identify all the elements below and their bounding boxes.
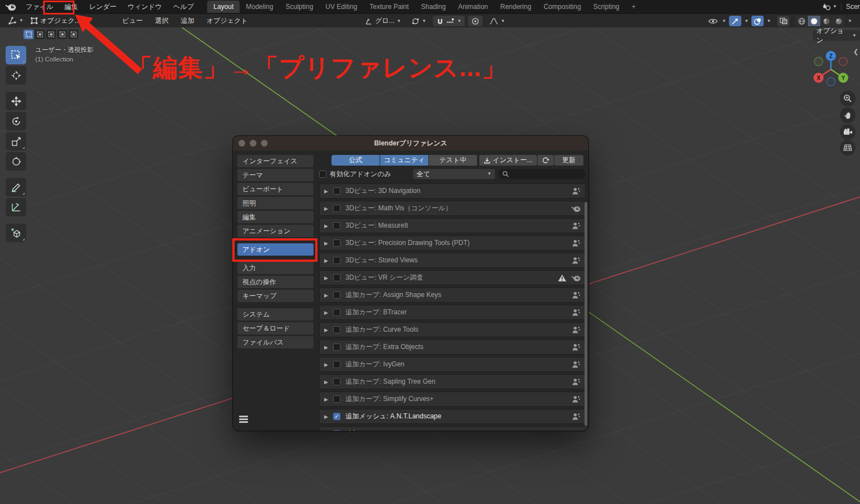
addon-checkbox[interactable] [333, 378, 340, 385]
addon-checkbox[interactable] [333, 395, 340, 403]
menubar-item[interactable]: ウィンドウ [122, 0, 167, 14]
move-tool-button[interactable] [6, 92, 26, 110]
viewport-menu-item[interactable]: ビュー [116, 14, 149, 28]
sidebar-item[interactable]: アニメーション [237, 225, 314, 237]
cursor-tool-button[interactable] [6, 66, 26, 84]
addon-row[interactable]: ▶3Dビュー: Math Vis（コンソール） [319, 201, 586, 216]
refresh-button[interactable] [538, 155, 554, 166]
expand-arrow-icon[interactable]: ▶ [324, 293, 333, 298]
update-button[interactable]: 更新 [554, 155, 583, 166]
snap-toggle-group[interactable]: ▼ [433, 16, 465, 26]
shading-wireframe-icon[interactable] [796, 16, 808, 26]
expand-arrow-icon[interactable]: ▶ [324, 345, 333, 350]
scrollbar[interactable] [585, 202, 587, 431]
sidebar-item[interactable]: キーマップ [237, 290, 314, 302]
rotate-tool-button[interactable] [6, 112, 26, 130]
addon-row[interactable]: ▶追加カーブ: BTracer [319, 305, 586, 320]
close-icon[interactable] [239, 140, 245, 147]
select-box-tool-button[interactable] [6, 46, 26, 64]
addon-row[interactable]: ▶追加カーブ: IvyGen [319, 357, 586, 372]
install-addon-button[interactable]: インストー... [479, 155, 537, 166]
menubar-item[interactable]: ファイル [20, 0, 59, 14]
viewport-menu-item[interactable]: オブジェクト [200, 14, 254, 28]
mode-selector[interactable]: オブジェク... [27, 16, 83, 26]
sidebar-item[interactable]: ファイルパス [237, 336, 314, 348]
menu-icon[interactable] [239, 416, 248, 424]
annotate-tool-button[interactable] [6, 178, 26, 196]
viewport-menu-item[interactable]: 選択 [149, 14, 175, 28]
editor-type-selector[interactable]: ▼ [4, 16, 27, 26]
addon-row[interactable]: ▶3Dビュー: VR シーン調査 [319, 270, 586, 285]
addon-checkbox[interactable] [333, 309, 340, 316]
falloff-dropdown[interactable]: ▼ [486, 16, 508, 26]
expand-arrow-icon[interactable]: ▶ [324, 379, 333, 385]
pan-button[interactable] [840, 107, 856, 123]
support-tab[interactable]: コミュニティ [380, 155, 429, 166]
select-mode-extend-icon[interactable] [35, 30, 45, 39]
overlays-toggle[interactable] [751, 16, 764, 26]
viewport-menu-item[interactable]: 追加 [175, 14, 200, 28]
addon-checkbox[interactable]: ✓ [333, 413, 340, 420]
visibility-toggle[interactable] [707, 16, 719, 26]
measure-tool-button[interactable] [6, 198, 26, 216]
expand-arrow-icon[interactable]: ▶ [324, 189, 333, 194]
scale-tool-button[interactable] [6, 132, 26, 150]
addon-checkbox[interactable] [333, 222, 340, 229]
workspace-tab[interactable]: Compositing [538, 1, 587, 13]
expand-arrow-icon[interactable]: ▶ [324, 275, 333, 281]
workspace-tab[interactable]: Animation [452, 1, 494, 13]
workspace-tab[interactable]: Scripting [587, 1, 626, 13]
expand-arrow-icon[interactable]: ▶ [324, 414, 333, 420]
addon-checkbox[interactable] [333, 239, 340, 247]
addon-checkbox[interactable] [333, 326, 340, 333]
workspace-tab[interactable]: Modeling [240, 1, 279, 13]
addon-checkbox[interactable] [333, 291, 340, 299]
transform-orientation-dropdown[interactable]: グロ... ▼ [361, 16, 405, 26]
addon-checkbox[interactable]: ✓ [333, 430, 340, 431]
sidebar-item[interactable]: テーマ [237, 169, 314, 181]
select-mode-invert-icon[interactable] [57, 30, 67, 39]
expand-arrow-icon[interactable]: ▶ [324, 310, 333, 315]
minimize-icon[interactable] [250, 140, 256, 147]
expand-arrow-icon[interactable]: ▶ [324, 241, 333, 246]
zoom-button[interactable] [840, 91, 856, 106]
sidebar-item[interactable]: システム [237, 308, 314, 321]
addon-row[interactable]: ▶追加カーブ: Extra Objects [319, 340, 586, 355]
select-mode-subtract-icon[interactable] [46, 30, 56, 39]
scene-selector[interactable]: ▼ Scene [822, 1, 860, 12]
addon-row[interactable]: ▶追加カーブ: Curve Tools [319, 322, 586, 337]
addon-row[interactable]: ▶3Dビュー: Precision Drawing Tools (PDT) [319, 235, 586, 251]
menubar-item[interactable]: 編集 [59, 0, 83, 14]
expand-arrow-icon[interactable]: ▶ [324, 258, 333, 263]
support-tab[interactable]: テスト中 [429, 155, 478, 166]
maximize-icon[interactable] [261, 140, 268, 147]
addon-checkbox[interactable] [333, 187, 340, 195]
select-mode-intersect-icon[interactable] [68, 30, 78, 39]
camera-view-button[interactable] [840, 124, 856, 140]
expand-arrow-icon[interactable]: ▶ [324, 327, 333, 333]
expand-arrow-icon[interactable]: ▶ [324, 397, 333, 402]
workspace-tab[interactable]: Shading [415, 1, 452, 13]
sidebar-item[interactable]: アドオン [237, 243, 314, 256]
sidebar-collapse-icon[interactable]: ❮ [853, 48, 858, 55]
support-tab[interactable]: 公式 [331, 155, 380, 166]
xray-toggle[interactable] [777, 16, 789, 26]
addon-checkbox[interactable] [333, 205, 340, 212]
options-dropdown[interactable]: オプション ▼ [813, 30, 860, 41]
addon-row[interactable]: ▶追加カーブ: Assign Shape Keys [319, 288, 586, 303]
search-input[interactable] [512, 171, 573, 177]
transform-tool-button[interactable] [6, 152, 26, 171]
navigation-gizmo[interactable]: Z X Y [811, 49, 851, 90]
addon-checkbox[interactable] [333, 257, 340, 264]
sidebar-item[interactable]: 入力 [237, 262, 314, 274]
menubar-item[interactable]: ヘルプ [167, 0, 199, 14]
scrollbar-thumb[interactable] [585, 202, 587, 426]
expand-arrow-icon[interactable]: ▶ [324, 206, 333, 211]
workspace-tab[interactable]: Texture Paint [363, 1, 415, 13]
proportional-editing-toggle[interactable] [468, 16, 483, 26]
addon-checkbox[interactable] [333, 274, 340, 281]
preferences-titlebar[interactable]: Blenderプリファレンス [233, 136, 588, 150]
shading-solid-icon[interactable] [808, 16, 820, 26]
sidebar-item[interactable]: セーブ＆ロード [237, 322, 314, 335]
shading-material-icon[interactable] [820, 16, 833, 26]
